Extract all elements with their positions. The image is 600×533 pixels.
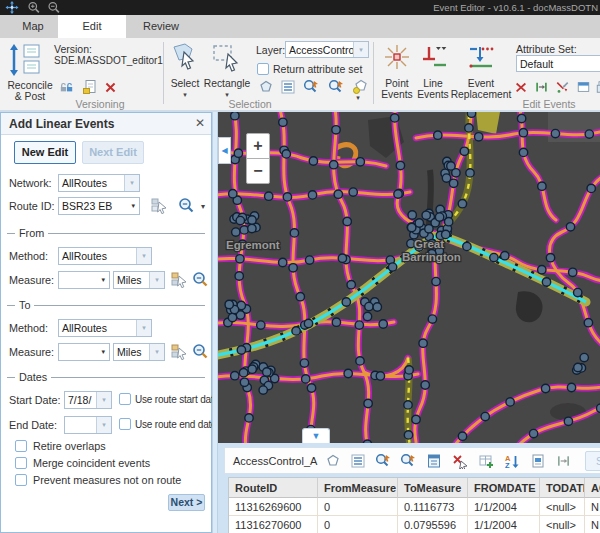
to-measure-combobox[interactable]: ▾: [58, 343, 110, 361]
new-edit-button[interactable]: New Edit: [14, 141, 76, 164]
from-unit-caret[interactable]: ▾: [149, 272, 164, 288]
zoom-in-icon[interactable]: [27, 1, 41, 14]
use-route-start-date-checkbox[interactable]: [119, 393, 131, 405]
network-caret[interactable]: ▾: [124, 175, 139, 191]
table-list-icon[interactable]: [350, 453, 366, 469]
close-icon[interactable]: ✕: [195, 116, 205, 130]
from-measure-combobox[interactable]: ▾: [58, 271, 110, 289]
to-measure-caret[interactable]: ▾: [97, 348, 109, 356]
table-pan-selected-icon[interactable]: [400, 453, 417, 469]
attributes-window-icon[interactable]: [576, 80, 591, 94]
event-replacement-button[interactable]: EventReplacement: [448, 78, 514, 100]
return-attribute-set-checkbox[interactable]: [257, 63, 269, 75]
to-method-caret[interactable]: ▾: [136, 320, 151, 336]
collapse-table-button[interactable]: ▼: [302, 428, 330, 443]
unlock-version-icon[interactable]: [58, 80, 75, 94]
route-id-caret[interactable]: ▾: [127, 202, 139, 210]
delete-version-icon[interactable]: [104, 81, 117, 94]
pan-icon[interactable]: [5, 1, 19, 14]
next-button[interactable]: Next >: [168, 494, 205, 511]
map-zoom-in-button[interactable]: +: [246, 133, 270, 159]
table-add-record-icon[interactable]: [478, 453, 494, 469]
from-unit-combobox[interactable]: Miles ▾: [113, 271, 165, 289]
table-cell[interactable]: 1/1/2004: [468, 498, 540, 516]
table-calculate-icon[interactable]: [426, 453, 442, 469]
map-zoom-out-button[interactable]: −: [246, 158, 270, 184]
table-zoom-selected-icon[interactable]: [375, 453, 392, 469]
split-event-icon[interactable]: [534, 80, 549, 94]
table-sort-icon[interactable]: AZ: [504, 453, 520, 469]
tab-edit[interactable]: Edit: [58, 15, 126, 38]
column-header[interactable]: FROMDATE: [468, 478, 540, 498]
table-cell[interactable]: 11316270600: [229, 516, 318, 533]
route-id-combobox[interactable]: BSR23 EB ▾: [58, 197, 140, 215]
network-combobox[interactable]: AllRoutes ▾: [58, 174, 140, 192]
retire-overlaps-checkbox[interactable]: [15, 440, 27, 452]
to-unit-caret[interactable]: ▾: [149, 344, 164, 360]
end-date-combobox[interactable]: ▾: [64, 416, 112, 434]
rectangle-button[interactable]: Rectangle: [198, 78, 256, 89]
pick-route-icon[interactable]: [151, 197, 168, 214]
zoom-out-icon[interactable]: [47, 1, 61, 14]
to-pick-measure-icon[interactable]: [171, 343, 188, 360]
delete-event-icon[interactable]: [514, 80, 528, 94]
attribute-set-combobox[interactable]: Default: [516, 55, 600, 72]
pan-to-selection-icon[interactable]: [328, 79, 345, 95]
zoom-to-selection-icon[interactable]: [303, 79, 320, 95]
to-method-label: Method:: [9, 322, 48, 334]
from-pick-measure-icon[interactable]: [171, 271, 188, 288]
from-measure-zoom-icon[interactable]: [192, 271, 209, 288]
route-zoom-caret[interactable]: ▾: [197, 202, 209, 211]
windows-icon[interactable]: [595, 80, 600, 94]
use-route-end-date-checkbox[interactable]: [119, 418, 131, 430]
column-header[interactable]: RouteID: [229, 478, 318, 498]
from-measure-caret[interactable]: ▾: [97, 276, 109, 284]
to-measure-zoom-icon[interactable]: [192, 343, 209, 360]
clear-selection-icon[interactable]: [352, 79, 368, 95]
map-canvas[interactable]: Egremont Great Barrington: [218, 112, 600, 443]
table-delete-selected-icon[interactable]: [452, 453, 468, 469]
column-header[interactable]: TODATE: [540, 478, 585, 498]
table-cell[interactable]: N: [585, 498, 600, 516]
table-cell[interactable]: 0: [318, 498, 398, 516]
start-date-combobox[interactable]: 7/18/ ▾: [64, 391, 112, 409]
event-replacement-icon: [468, 44, 494, 70]
prevent-measures-checkbox[interactable]: [15, 474, 27, 486]
select-features-icon[interactable]: [258, 79, 274, 95]
column-header[interactable]: ToMeasure: [398, 478, 468, 498]
layer-combobox[interactable]: AccessControl_A ▾: [285, 41, 369, 58]
route-zoom-icon[interactable]: [178, 197, 195, 214]
from-method-caret[interactable]: ▾: [136, 248, 151, 264]
table-cell[interactable]: 11316269600: [229, 498, 318, 516]
table-cell[interactable]: 0: [318, 516, 398, 533]
merge-coincident-checkbox[interactable]: [15, 457, 27, 469]
selection-more-caret[interactable]: ▾: [350, 94, 366, 102]
table-cell[interactable]: 1/1/2004: [468, 516, 540, 533]
tab-map[interactable]: Map: [8, 15, 58, 38]
to-unit-combobox[interactable]: Miles ▾: [113, 343, 165, 361]
table-cell[interactable]: <null>: [540, 498, 585, 516]
table-split-icon[interactable]: [556, 453, 571, 469]
collapse-panel-button[interactable]: ◀: [218, 137, 231, 164]
tab-review[interactable]: Review: [126, 15, 196, 38]
end-date-caret[interactable]: ▾: [96, 417, 111, 433]
layer-dropdown-caret[interactable]: ▾: [353, 42, 368, 57]
table-save-button[interactable]: Save: [585, 451, 600, 471]
table-cell[interactable]: 0.0795596: [398, 516, 468, 533]
table-cell[interactable]: <null>: [540, 516, 585, 533]
next-edit-button[interactable]: Next Edit: [82, 141, 144, 164]
to-method-combobox[interactable]: AllRoutes ▾: [58, 319, 152, 337]
start-date-caret[interactable]: ▾: [96, 392, 111, 408]
column-header[interactable]: FromMeasure: [318, 478, 398, 498]
table-report-icon[interactable]: [530, 453, 546, 469]
merge-events-icon[interactable]: [555, 80, 570, 94]
reconcile-post-icon[interactable]: [8, 43, 48, 77]
prevent-measures-label: Prevent measures not on route: [33, 474, 181, 486]
table-cell[interactable]: N: [585, 516, 600, 533]
table-select-icon[interactable]: [325, 453, 341, 469]
new-version-icon[interactable]: [82, 79, 98, 95]
column-header[interactable]: AC: [585, 478, 600, 498]
from-method-combobox[interactable]: AllRoutes ▾: [58, 247, 152, 265]
table-cell[interactable]: 0.1116773: [398, 498, 468, 516]
selection-list-icon[interactable]: [280, 79, 296, 95]
